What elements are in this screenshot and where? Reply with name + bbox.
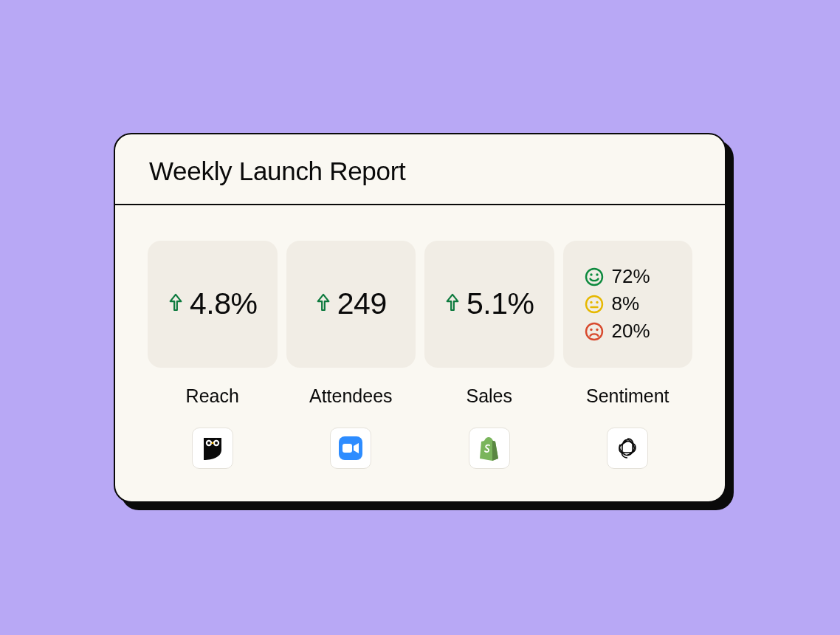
arrow-up-icon <box>168 292 184 316</box>
metric-sentiment: 72% 8% 20% Sentiment <box>563 241 693 469</box>
metric-sentiment-box: 72% 8% 20% <box>563 241 693 368</box>
sentiment-negative-value: 20% <box>612 320 650 343</box>
metric-reach: 4.8% Reach <box>148 241 278 469</box>
report-card: Weekly Launch Report 4.8% Reach <box>114 133 726 503</box>
svg-rect-5 <box>342 444 352 453</box>
svg-point-15 <box>596 328 598 330</box>
sentiment-positive-value: 72% <box>612 265 650 288</box>
svg-point-6 <box>586 269 602 285</box>
svg-point-2 <box>207 442 210 444</box>
metric-attendees-box: 249 <box>286 241 416 368</box>
openai-icon <box>607 428 648 469</box>
svg-point-11 <box>596 301 598 303</box>
report-body: 4.8% Reach <box>115 205 725 501</box>
arrow-up-icon <box>444 292 461 316</box>
shopify-icon <box>469 428 510 469</box>
metrics-row: 4.8% Reach <box>148 241 692 469</box>
metric-attendees: 249 Attendees <box>286 241 416 469</box>
svg-point-9 <box>586 296 602 312</box>
smile-face-icon <box>584 267 605 287</box>
frown-face-icon <box>584 321 605 342</box>
arrow-up-icon <box>315 292 331 316</box>
svg-point-3 <box>215 442 218 444</box>
metric-sales: 5.1% Sales <box>424 241 554 469</box>
metric-sentiment-label: Sentiment <box>586 385 669 407</box>
report-header: Weekly Launch Report <box>115 134 725 205</box>
metric-attendees-label: Attendees <box>309 385 393 407</box>
sentiment-neutral-value: 8% <box>612 292 640 315</box>
report-title: Weekly Launch Report <box>149 157 691 186</box>
metric-reach-box: 4.8% <box>148 241 278 368</box>
hootsuite-icon <box>192 428 233 469</box>
metric-sales-box: 5.1% <box>424 241 554 368</box>
svg-point-14 <box>590 328 592 330</box>
metric-sales-value: 5.1% <box>467 286 534 321</box>
sentiment-neutral-row: 8% <box>584 292 640 315</box>
svg-point-8 <box>596 273 598 275</box>
sentiment-negative-row: 20% <box>584 320 650 343</box>
metric-sales-label: Sales <box>466 385 512 407</box>
metric-reach-label: Reach <box>186 385 239 407</box>
metric-reach-value: 4.8% <box>190 286 257 321</box>
metric-attendees-value: 249 <box>337 286 387 321</box>
svg-point-13 <box>586 323 602 340</box>
neutral-face-icon <box>584 294 605 315</box>
zoom-icon <box>330 428 371 469</box>
svg-point-7 <box>590 273 592 275</box>
svg-point-10 <box>590 301 592 303</box>
sentiment-positive-row: 72% <box>584 265 650 288</box>
